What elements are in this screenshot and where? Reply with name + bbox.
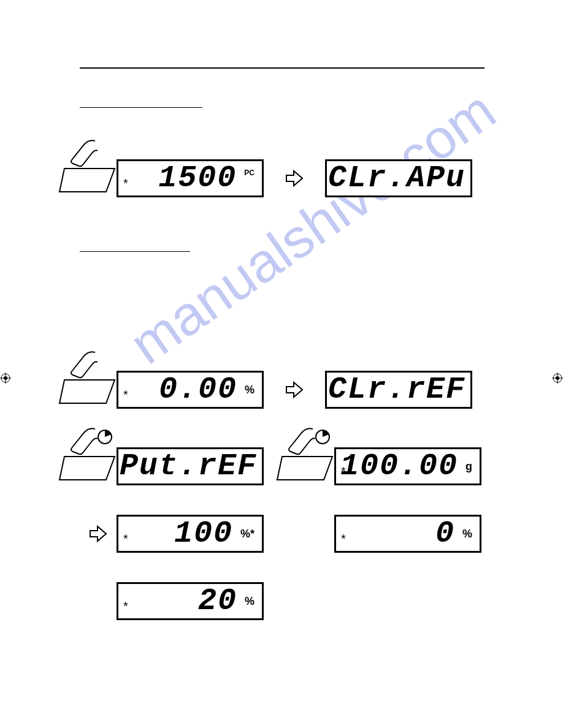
- lcd-20-pct: * 20 %: [117, 582, 264, 620]
- arrow-right-icon: [89, 525, 107, 543]
- section-underline-2: [80, 251, 190, 252]
- arrow-right-icon: [285, 381, 304, 399]
- divider-top: [80, 67, 484, 69]
- lcd-value: 20: [198, 586, 241, 616]
- lcd-value: 100.00: [340, 451, 462, 482]
- section-underline-1: [80, 107, 202, 108]
- lcd-0-00-pct: * 0.00 %: [117, 371, 264, 409]
- lcd-clr-ref: CLr.rEF: [325, 371, 472, 409]
- lcd-value: CLr.APu: [328, 163, 469, 194]
- lcd-unit: %: [245, 384, 255, 396]
- watermark: manualshive.com: [119, 79, 507, 377]
- hold-pie-icon: [97, 429, 113, 445]
- lcd-unit: PC: [244, 169, 255, 177]
- lcd-unit: g: [465, 460, 472, 473]
- lcd-value: CLr.rEF: [328, 374, 469, 405]
- lcd-put-ref: Put.rEF: [117, 447, 264, 485]
- keypress-icon: [58, 138, 120, 193]
- lcd-value: 100: [174, 518, 237, 549]
- lcd-0-pct: * 0 %: [334, 515, 481, 553]
- keypress-icon: [58, 349, 120, 404]
- lcd-1500-pc: * 1500 PC: [117, 159, 264, 197]
- lcd-value: 1500: [158, 163, 240, 194]
- star-icon: *: [123, 177, 128, 189]
- lcd-unit: %: [245, 595, 255, 608]
- lcd-unit: %*: [240, 528, 255, 540]
- star-icon: *: [123, 600, 128, 612]
- star-icon: *: [341, 465, 346, 477]
- registration-mark-icon: [0, 373, 11, 384]
- star-icon: *: [123, 533, 128, 545]
- lcd-value: 0.00: [159, 374, 241, 405]
- star-icon: *: [341, 533, 346, 545]
- star-icon: *: [123, 389, 128, 401]
- lcd-100-pct: * 100 %*: [117, 515, 264, 553]
- arrow-right-icon: [285, 169, 304, 188]
- hold-pie-icon: [315, 429, 331, 445]
- registration-mark-icon: [552, 373, 563, 384]
- lcd-clr-apu: CLr.APu: [325, 159, 472, 197]
- page: manualshive.com * 1500 PC CLr.APu * 0.00…: [0, 0, 563, 728]
- lcd-value: Put.rEF: [120, 451, 261, 482]
- lcd-value: 0: [435, 518, 459, 549]
- lcd-unit: %: [462, 528, 472, 540]
- lcd-100-00-g: * 100.00 g: [334, 447, 481, 485]
